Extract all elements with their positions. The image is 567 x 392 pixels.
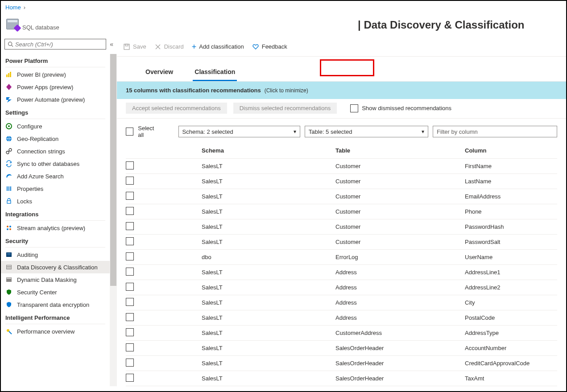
table-row: SalesLTSalesOrderHeaderAccountNumber — [126, 341, 557, 356]
row-checkbox[interactable] — [126, 343, 134, 351]
cell-column: AddressLine1 — [465, 268, 557, 276]
cell-column: AccountNumber — [465, 344, 557, 352]
collapse-sidebar-button[interactable]: « — [110, 41, 113, 48]
svg-point-6 — [8, 125, 10, 127]
nav-icon — [5, 135, 12, 142]
row-checkbox[interactable] — [126, 328, 134, 336]
sidebar-item[interactable]: Auditing — [1, 248, 110, 261]
sidebar-item[interactable]: Configure — [1, 120, 110, 132]
cell-schema: SalesLT — [202, 268, 335, 276]
show-dismissed-checkbox-row[interactable]: Show dismissed recommendations — [350, 104, 451, 112]
cell-column: TaxAmt — [465, 374, 557, 383]
sidebar-section-title: Intelligent Performance — [1, 311, 110, 323]
cell-table: SalesOrderHeader — [335, 344, 465, 352]
sidebar-item[interactable]: Dynamic Data Masking — [1, 273, 110, 286]
discard-button[interactable]: Discard — [154, 43, 184, 50]
sidebar-item[interactable]: Connection strings — [1, 145, 110, 157]
accept-recommendations-button[interactable]: Accept selected recommendations — [126, 103, 227, 114]
svg-line-1 — [12, 45, 13, 46]
sidebar-item[interactable]: Power BI (preview) — [1, 68, 110, 81]
cell-schema: SalesLT — [202, 344, 335, 352]
sidebar-item[interactable]: Properties — [1, 182, 110, 195]
table-filter-dropdown[interactable]: Table: 5 selected ▾ — [305, 126, 428, 137]
table-row: SalesLTSalesOrderHeaderTaxAmt — [126, 371, 557, 386]
search-icon — [8, 41, 13, 47]
svg-rect-2 — [6, 74, 8, 77]
sidebar-item-label: Add Azure Search — [17, 173, 64, 180]
select-all-checkbox[interactable] — [126, 128, 133, 136]
row-checkbox[interactable] — [126, 268, 134, 276]
select-all-label: Select all — [138, 125, 160, 138]
sidebar-item[interactable]: Power Apps (preview) — [1, 81, 110, 93]
sidebar-item[interactable]: Security Center — [1, 286, 110, 298]
row-checkbox[interactable] — [126, 298, 134, 306]
schema-filter-dropdown[interactable]: Schema: 2 selected ▾ — [178, 126, 300, 137]
sidebar-item[interactable]: Transparent data encryption — [1, 298, 110, 311]
breadcrumb: Home › — [1, 1, 566, 13]
breadcrumb-home-link[interactable]: Home — [5, 4, 21, 11]
sidebar-item-label: Power BI (preview) — [17, 71, 66, 78]
row-checkbox[interactable] — [126, 222, 134, 230]
tab-classification[interactable]: Classification — [193, 65, 237, 81]
nav-icon — [5, 148, 12, 155]
cell-table: ErrorLog — [335, 253, 465, 261]
col-header-table: Table — [335, 146, 465, 155]
resource-type-label: SQL database — [22, 24, 59, 31]
cell-table: CustomerAddress — [335, 329, 465, 337]
sidebar-section-title: Security — [1, 234, 110, 246]
row-checkbox[interactable] — [126, 177, 134, 185]
row-checkbox[interactable] — [126, 374, 134, 382]
nav-icon — [5, 185, 12, 192]
dismiss-recommendations-button[interactable]: Dismiss selected recommendations — [233, 103, 337, 114]
row-checkbox[interactable] — [126, 161, 134, 169]
row-checkbox[interactable] — [126, 252, 134, 260]
nav-icon — [5, 301, 12, 308]
cell-table: Address — [335, 283, 465, 292]
column-filter-input[interactable] — [433, 126, 557, 137]
row-checkbox[interactable] — [126, 313, 134, 321]
heart-icon — [252, 43, 259, 50]
cell-schema: SalesLT — [202, 298, 335, 307]
sidebar-item-label: Sync to other databases — [17, 161, 79, 167]
nav-icon — [5, 276, 12, 283]
sidebar-item[interactable]: Data Discovery & Classification — [1, 261, 110, 273]
table-row: SalesLTCustomerLastName — [126, 174, 557, 189]
sidebar-item[interactable]: Add Azure Search — [1, 170, 110, 182]
cell-table: Customer — [335, 162, 465, 170]
cell-schema: SalesLT — [202, 359, 335, 367]
row-checkbox[interactable] — [126, 207, 134, 215]
annotation-highlight — [320, 59, 374, 76]
save-button[interactable]: Save — [123, 43, 146, 50]
svg-line-10 — [8, 151, 9, 152]
cell-schema: SalesLT — [202, 177, 335, 186]
sidebar-item[interactable]: Power Automate (preview) — [1, 93, 110, 106]
svg-point-15 — [7, 226, 8, 227]
row-checkbox[interactable] — [126, 192, 134, 200]
table-row: SalesLTCustomerPhone — [126, 204, 557, 219]
feedback-button[interactable]: Feedback — [252, 43, 287, 50]
select-all-row[interactable]: Select all — [126, 125, 161, 138]
nav-icon — [5, 198, 12, 205]
search-input[interactable] — [15, 41, 103, 48]
search-input-wrapper[interactable] — [4, 39, 106, 50]
add-classification-button[interactable]: + Add classification — [192, 43, 244, 51]
recommendations-table: Schema Table Column SalesLTCustomerFirst… — [117, 143, 566, 386]
svg-rect-20 — [7, 253, 11, 254]
cell-column: UserName — [465, 253, 557, 261]
sidebar-item[interactable]: Performance overview — [1, 325, 110, 338]
tab-overview[interactable]: Overview — [144, 65, 175, 81]
sidebar-item[interactable]: Geo-Replication — [1, 132, 110, 145]
sidebar-item[interactable]: Sync to other databases — [1, 157, 110, 170]
sidebar-item[interactable]: Locks — [1, 195, 110, 207]
row-checkbox[interactable] — [126, 283, 134, 291]
show-dismissed-checkbox[interactable] — [350, 104, 358, 112]
cell-column: AddressType — [465, 329, 557, 337]
scrollbar-thumb[interactable] — [110, 54, 116, 286]
row-checkbox[interactable] — [126, 359, 134, 367]
row-checkbox[interactable] — [126, 237, 134, 245]
recommendations-banner[interactable]: 15 columns with classification recommend… — [117, 82, 566, 99]
nav-icon — [5, 71, 12, 78]
sidebar-item[interactable]: Stream analytics (preview) — [1, 222, 110, 234]
recommendation-actions: Accept selected recommendations Dismiss … — [117, 99, 566, 119]
sidebar-section-title: Settings — [1, 106, 110, 118]
